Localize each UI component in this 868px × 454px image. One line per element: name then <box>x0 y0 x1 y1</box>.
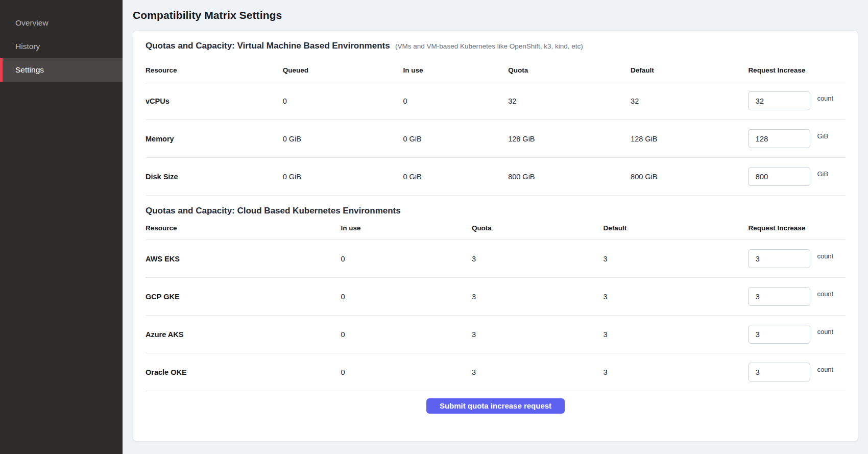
sidebar: Overview History Settings <box>0 0 123 454</box>
vm-section-header: Quotas and Capacity: Virtual Machine Bas… <box>146 41 846 51</box>
submit-row: Submit quota increase request <box>146 391 846 421</box>
memory-default: 128 GiB <box>631 120 748 158</box>
gcp-gke-request-input[interactable] <box>748 287 810 306</box>
sidebar-item-settings-label: Settings <box>15 65 44 75</box>
cloud-table-header-row: Resource In use Quota Default Request In… <box>146 216 846 240</box>
table-row-vcpus: vCPUs 0 0 32 32 count <box>146 82 846 120</box>
oracle-oke-in-use: 0 <box>341 353 472 391</box>
vm-col-queued: Queued <box>283 51 403 82</box>
vcpus-in-use: 0 <box>403 82 509 120</box>
cloud-col-resource: Resource <box>146 216 341 240</box>
memory-quota: 128 GiB <box>508 120 631 158</box>
vcpus-queued: 0 <box>283 82 403 120</box>
gcp-gke-default: 3 <box>604 278 749 316</box>
aws-eks-in-use: 0 <box>341 240 472 278</box>
main-content: Compatibility Matrix Settings Quotas and… <box>123 0 868 454</box>
oracle-oke-request-input[interactable] <box>748 363 810 381</box>
gcp-gke-quota: 3 <box>472 278 604 316</box>
vm-col-in-use: In use <box>403 51 509 82</box>
vm-quota-table: Resource Queued In use Quota Default Req… <box>146 51 846 196</box>
vm-table-header-row: Resource Queued In use Quota Default Req… <box>146 51 846 82</box>
cloud-quota-table: Resource In use Quota Default Request In… <box>146 216 846 391</box>
disk-resource: Disk Size <box>146 158 283 196</box>
disk-in-use: 0 GiB <box>403 158 509 196</box>
table-row-memory: Memory 0 GiB 0 GiB 128 GiB 128 GiB GiB <box>146 120 846 158</box>
table-row-aws-eks: AWS EKS 0 3 3 count <box>146 240 846 278</box>
oracle-oke-unit-label: count <box>817 366 833 373</box>
oracle-oke-default: 3 <box>604 353 749 391</box>
aws-eks-default: 3 <box>604 240 749 278</box>
sidebar-nav: Overview History Settings <box>0 11 123 82</box>
memory-request-input[interactable] <box>748 129 810 148</box>
cloud-section-header: Quotas and Capacity: Cloud Based Kuberne… <box>146 206 846 216</box>
disk-request-input[interactable] <box>748 167 810 186</box>
vm-col-resource: Resource <box>146 51 283 82</box>
sidebar-item-history-label: History <box>15 42 40 51</box>
azure-aks-quota: 3 <box>472 316 604 353</box>
gcp-gke-resource: GCP GKE <box>146 278 341 316</box>
memory-resource: Memory <box>146 120 283 158</box>
table-row-disk-size: Disk Size 0 GiB 0 GiB 800 GiB 800 GiB Gi… <box>146 158 846 196</box>
cloud-col-quota: Quota <box>472 216 604 240</box>
azure-aks-unit-label: count <box>817 328 833 336</box>
memory-in-use: 0 GiB <box>403 120 509 158</box>
active-accent-bar <box>0 58 3 82</box>
sidebar-item-settings[interactable]: Settings <box>0 58 123 82</box>
submit-quota-increase-button[interactable]: Submit quota increase request <box>426 398 565 414</box>
disk-default: 800 GiB <box>631 158 748 196</box>
vcpus-quota: 32 <box>508 82 631 120</box>
cloud-col-request-increase: Request Increase <box>748 216 846 240</box>
memory-unit-label: GiB <box>817 132 828 140</box>
gcp-gke-unit-label: count <box>817 290 833 298</box>
aws-eks-request-wrap: count <box>748 249 846 268</box>
sidebar-item-overview[interactable]: Overview <box>0 11 123 35</box>
disk-quota: 800 GiB <box>508 158 631 196</box>
aws-eks-quota: 3 <box>472 240 604 278</box>
gcp-gke-request-wrap: count <box>748 287 846 306</box>
oracle-oke-request-wrap: count <box>748 363 846 381</box>
cloud-section-title: Quotas and Capacity: Cloud Based Kuberne… <box>146 206 401 216</box>
azure-aks-in-use: 0 <box>341 316 472 353</box>
vcpus-request-input[interactable] <box>748 91 810 110</box>
memory-request-wrap: GiB <box>748 129 846 148</box>
vcpus-request-wrap: count <box>748 91 846 110</box>
table-row-gcp-gke: GCP GKE 0 3 3 count <box>146 278 846 316</box>
vm-col-request-increase: Request Increase <box>748 51 846 82</box>
azure-aks-resource: Azure AKS <box>146 316 341 353</box>
page-title: Compatibility Matrix Settings <box>133 9 858 21</box>
table-row-azure-aks: Azure AKS 0 3 3 count <box>146 316 846 353</box>
aws-eks-unit-label: count <box>817 252 833 260</box>
oracle-oke-resource: Oracle OKE <box>146 353 341 391</box>
azure-aks-default: 3 <box>604 316 749 353</box>
azure-aks-request-wrap: count <box>748 325 846 344</box>
oracle-oke-quota: 3 <box>472 353 604 391</box>
vm-section-subtitle: (VMs and VM-based Kubernetes like OpenSh… <box>395 42 583 50</box>
disk-unit-label: GiB <box>817 170 828 178</box>
cloud-col-default: Default <box>604 216 749 240</box>
vcpus-unit-label: count <box>817 94 833 102</box>
vcpus-resource: vCPUs <box>146 82 283 120</box>
vm-section-title: Quotas and Capacity: Virtual Machine Bas… <box>146 41 390 51</box>
settings-card: Quotas and Capacity: Virtual Machine Bas… <box>133 30 858 442</box>
app-root: Overview History Settings Compatibility … <box>0 0 868 454</box>
aws-eks-resource: AWS EKS <box>146 240 341 278</box>
sidebar-item-history[interactable]: History <box>0 35 123 58</box>
disk-queued: 0 GiB <box>283 158 403 196</box>
gcp-gke-in-use: 0 <box>341 278 472 316</box>
azure-aks-request-input[interactable] <box>748 325 810 344</box>
cloud-col-in-use: In use <box>341 216 472 240</box>
vcpus-default: 32 <box>631 82 748 120</box>
disk-request-wrap: GiB <box>748 167 846 186</box>
vm-col-default: Default <box>631 51 748 82</box>
memory-queued: 0 GiB <box>283 120 403 158</box>
aws-eks-request-input[interactable] <box>748 249 810 268</box>
sidebar-item-overview-label: Overview <box>15 18 49 28</box>
vm-col-quota: Quota <box>508 51 631 82</box>
table-row-oracle-oke: Oracle OKE 0 3 3 count <box>146 353 846 391</box>
